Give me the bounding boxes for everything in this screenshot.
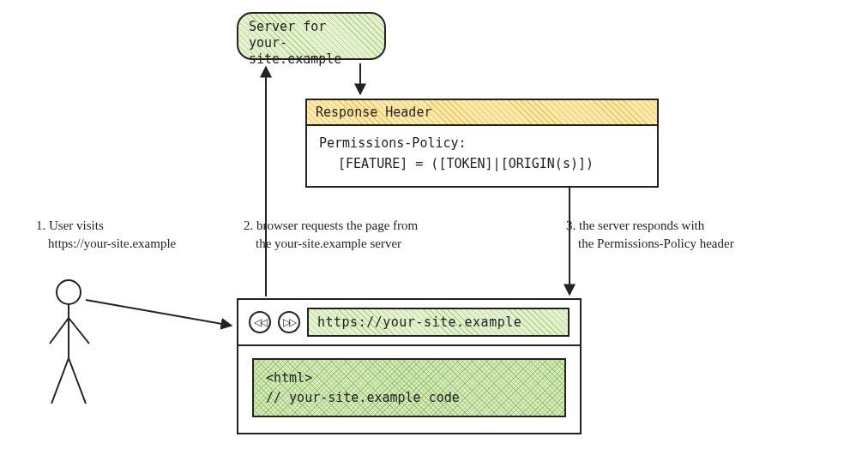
browser-viewport: <html> // your-site.example code bbox=[238, 346, 580, 433]
step-1-line2: https://your-site.example bbox=[36, 235, 208, 253]
server-box: Server for your-site.example bbox=[237, 12, 386, 60]
svg-line-3 bbox=[69, 318, 89, 344]
back-icon[interactable]: ◁◁ bbox=[249, 311, 271, 333]
browser-toolbar: ◁◁ ▷▷ https://your-site.example bbox=[238, 300, 580, 346]
browser-window: ◁◁ ▷▷ https://your-site.example <html> /… bbox=[237, 298, 582, 434]
policy-key: Permissions-Policy: bbox=[319, 133, 645, 153]
step-2-line1: 2. browser requests the page from bbox=[244, 217, 509, 235]
user-icon bbox=[43, 277, 103, 414]
svg-line-2 bbox=[50, 318, 69, 344]
step-1-line1: 1. User visits bbox=[36, 217, 208, 235]
server-line2: your-site.example bbox=[249, 35, 374, 68]
code-line-2: // your-site.example code bbox=[266, 388, 552, 408]
response-header-title: Response Header bbox=[307, 100, 657, 126]
step-3-line1: 3. the server responds with bbox=[566, 217, 815, 235]
address-bar[interactable]: https://your-site.example bbox=[307, 308, 570, 337]
step-2-line2: the your-site.example server bbox=[244, 235, 509, 253]
response-header-body: Permissions-Policy: [FEATURE] = ([TOKEN]… bbox=[307, 126, 657, 186]
svg-line-4 bbox=[51, 358, 69, 404]
step-3-line2: the Permissions-Policy header bbox=[566, 235, 815, 253]
svg-point-0 bbox=[57, 280, 81, 304]
step-1-label: 1. User visits https://your-site.example bbox=[36, 217, 208, 253]
step-2-label: 2. browser requests the page from the yo… bbox=[244, 217, 509, 253]
forward-icon[interactable]: ▷▷ bbox=[278, 311, 300, 333]
arrow-user-to-browser bbox=[86, 300, 232, 326]
code-line-1: <html> bbox=[266, 368, 552, 388]
svg-line-5 bbox=[69, 358, 86, 404]
server-line1: Server for bbox=[249, 19, 374, 35]
policy-value: [FEATURE] = ([TOKEN]|[ORIGIN(s)]) bbox=[319, 153, 645, 174]
response-header-panel: Response Header Permissions-Policy: [FEA… bbox=[305, 99, 659, 188]
page-code-block: <html> // your-site.example code bbox=[252, 358, 566, 417]
step-3-label: 3. the server responds with the Permissi… bbox=[566, 217, 815, 253]
